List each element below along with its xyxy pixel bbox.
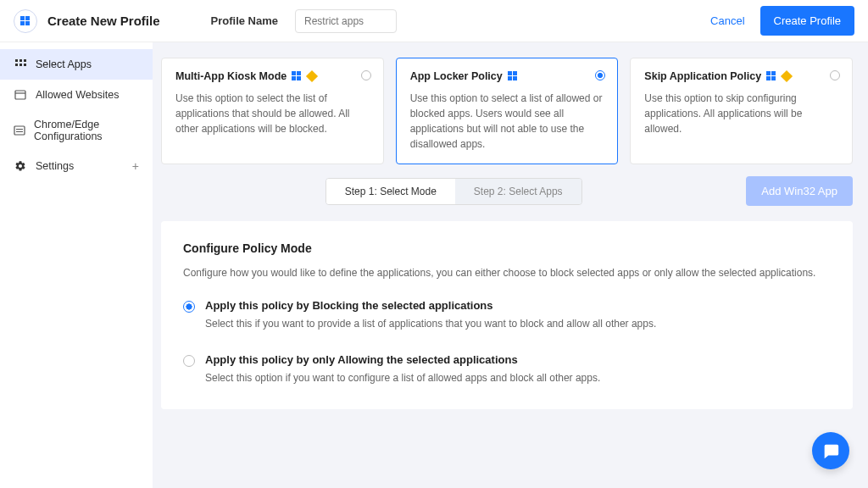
svg-rect-20	[513, 71, 517, 75]
header: Create New Profile Profile Name Cancel C…	[0, 0, 868, 42]
svg-rect-21	[508, 76, 512, 80]
page-title: Create New Profile	[47, 14, 160, 28]
card-desc: Use this option to skip configuring appl…	[644, 91, 838, 136]
svg-rect-15	[292, 71, 296, 75]
radio-label: Apply this policy by Blocking the select…	[205, 299, 493, 312]
radio-icon	[183, 355, 195, 367]
chat-icon	[821, 441, 840, 460]
svg-rect-16	[297, 71, 301, 75]
card-radio[interactable]	[595, 70, 605, 80]
sidebar-item-label: Chrome/Edge Configurations	[34, 119, 139, 142]
radio-icon	[183, 301, 195, 313]
windows-icon	[766, 71, 776, 81]
sidebar-item-chrome-edge[interactable]: Chrome/Edge Configurations	[0, 110, 153, 151]
svg-rect-18	[297, 76, 301, 80]
svg-rect-26	[771, 76, 776, 80]
sidebar: Select Apps Allowed Websites Chrome/Edge…	[0, 42, 153, 488]
plus-icon: +	[132, 159, 139, 173]
svg-rect-4	[15, 59, 18, 62]
policy-option-allowing[interactable]: Apply this policy by only Allowing the s…	[183, 353, 831, 367]
card-title: Skip Application Policy	[644, 70, 838, 82]
main-content: Multi-App Kiosk Mode Use this option to …	[153, 42, 868, 488]
svg-rect-22	[513, 76, 517, 80]
svg-rect-19	[508, 71, 512, 75]
svg-rect-17	[292, 76, 296, 80]
add-win32-app-button[interactable]: Add Win32 App	[746, 176, 853, 206]
chat-fab[interactable]	[812, 432, 849, 469]
diamond-icon	[306, 70, 318, 82]
diamond-icon	[781, 70, 793, 82]
sidebar-item-label: Settings	[36, 160, 74, 172]
svg-rect-6	[24, 59, 26, 62]
svg-rect-0	[20, 16, 25, 20]
svg-rect-23	[766, 71, 771, 75]
tab-step-1[interactable]: Step 1: Select Mode	[326, 179, 455, 204]
sidebar-item-label: Allowed Websites	[36, 89, 119, 101]
windows-icon	[292, 71, 302, 81]
svg-rect-7	[15, 64, 18, 66]
card-radio[interactable]	[361, 70, 371, 80]
create-profile-button[interactable]: Create Profile	[760, 6, 854, 36]
svg-rect-1	[25, 16, 30, 20]
svg-rect-13	[16, 129, 23, 130]
card-radio[interactable]	[830, 70, 840, 80]
configure-policy-panel: Configure Policy Mode Configure how you …	[161, 221, 853, 409]
tab-step-2[interactable]: Step 2: Select Apps	[455, 179, 581, 204]
radio-sub: Select this option if you want to config…	[205, 372, 831, 384]
svg-rect-5	[19, 59, 22, 62]
card-desc: Use this option to select a list of allo…	[410, 91, 604, 152]
steps-row: Step 1: Select Mode Step 2: Select Apps …	[161, 176, 853, 206]
svg-rect-3	[25, 21, 30, 25]
cancel-button[interactable]: Cancel	[710, 14, 744, 27]
windows-icon	[508, 71, 518, 81]
website-icon	[14, 88, 27, 102]
svg-rect-25	[766, 76, 771, 80]
card-skip-application[interactable]: Skip Application Policy Use this option …	[630, 58, 853, 164]
apps-grid-icon	[14, 58, 27, 71]
sidebar-item-select-apps[interactable]: Select Apps	[0, 49, 153, 80]
radio-label: Apply this policy by only Allowing the s…	[205, 353, 518, 366]
windows-logo-icon	[14, 9, 37, 33]
panel-title: Configure Policy Mode	[183, 241, 831, 255]
svg-rect-8	[19, 64, 22, 66]
svg-rect-2	[20, 21, 25, 25]
card-title: App Locker Policy	[410, 70, 604, 82]
sidebar-item-allowed-websites[interactable]: Allowed Websites	[0, 80, 153, 110]
sidebar-item-settings[interactable]: Settings +	[0, 151, 153, 181]
profile-name-label: Profile Name	[211, 14, 278, 27]
gear-icon	[14, 159, 27, 173]
browser-config-icon	[14, 124, 25, 137]
svg-rect-12	[14, 126, 25, 135]
sidebar-item-label: Select Apps	[36, 58, 92, 70]
svg-rect-10	[15, 91, 25, 99]
radio-sub: Select this if you want to provide a lis…	[205, 318, 831, 330]
mode-cards: Multi-App Kiosk Mode Use this option to …	[161, 58, 853, 164]
policy-option-blocking[interactable]: Apply this policy by Blocking the select…	[183, 299, 831, 313]
step-tabs: Step 1: Select Mode Step 2: Select Apps	[326, 178, 582, 205]
panel-desc: Configure how you would like to define t…	[183, 267, 831, 279]
svg-rect-9	[24, 64, 26, 66]
svg-rect-24	[771, 71, 776, 75]
card-desc: Use this option to select the list of ap…	[175, 91, 370, 136]
card-multi-app-kiosk[interactable]: Multi-App Kiosk Mode Use this option to …	[161, 58, 384, 164]
svg-rect-14	[16, 131, 23, 132]
profile-name-input[interactable]	[295, 9, 397, 33]
card-app-locker[interactable]: App Locker Policy Use this option to sel…	[396, 58, 619, 164]
card-title: Multi-App Kiosk Mode	[175, 70, 370, 82]
